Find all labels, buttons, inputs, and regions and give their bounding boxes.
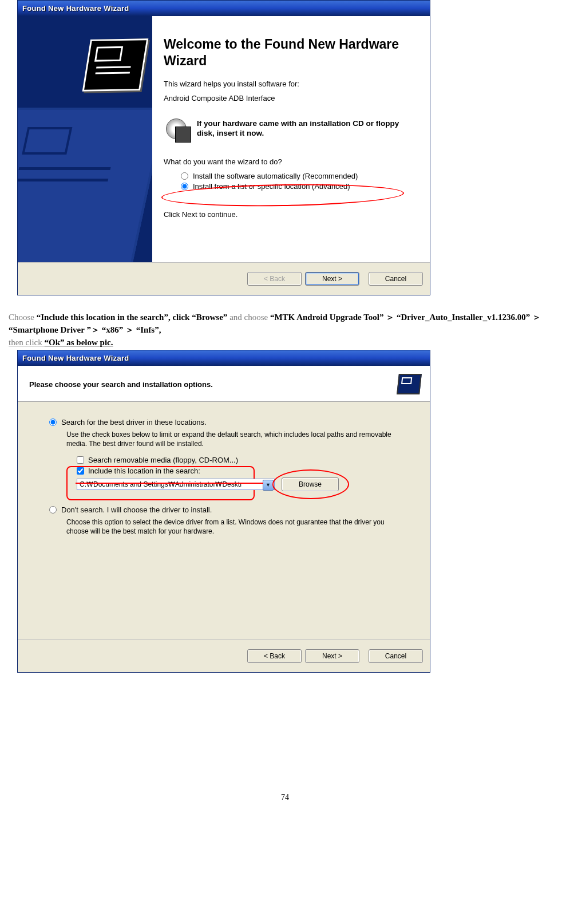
cd-instruction: If your hardware came with an installati… (197, 119, 418, 139)
cancel-button-2[interactable]: Cancel (369, 649, 423, 663)
titlebar: Found New Hardware Wizard (18, 1, 430, 16)
wizard-question: What do you want the wizard to do? (164, 157, 418, 166)
instruction-text: Choose “Include this location in the sea… (9, 311, 559, 349)
cd-floppy-icon (164, 119, 191, 141)
button-bar-2: < Back Next > Cancel (18, 639, 430, 672)
checkbox-removable-media[interactable] (77, 456, 84, 464)
back-button: < Back (247, 272, 302, 286)
radio-dont-search-label: Don't search. I will choose the driver t… (61, 506, 212, 514)
radio-install-list-label: Install from a list or specific location… (193, 182, 350, 191)
next-button-2[interactable]: Next > (305, 649, 359, 663)
device-name: Android Composite ADB Interface (164, 94, 418, 102)
dropdown-arrow-icon[interactable]: ▼ (263, 480, 274, 491)
browse-button[interactable]: Browse (282, 477, 339, 491)
continue-text: Click Next to continue. (164, 210, 418, 219)
location-path-input[interactable] (77, 479, 275, 490)
helps-text: This wizard helps you install software f… (164, 80, 418, 88)
radio-install-list[interactable] (181, 183, 188, 190)
next-button[interactable]: Next > (305, 272, 359, 286)
checkbox-removable-label: Search removable media (floppy, CD-ROM..… (88, 456, 238, 464)
titlebar-2: Found New Hardware Wizard (18, 350, 430, 366)
radio-install-auto-label: Install the software automatically (Reco… (193, 172, 358, 180)
wizard-heading: Welcome to the Found New Hardware Wizard (164, 36, 418, 69)
hardware-icon (82, 38, 149, 92)
back-button-2[interactable]: < Back (247, 649, 302, 663)
radio-search-best-label: Search for the best driver in these loca… (61, 418, 207, 427)
wizard-welcome: Found New Hardware Wizard Welcome to the… (17, 0, 430, 295)
radio-install-auto[interactable] (181, 172, 188, 180)
radio-dont-search[interactable] (49, 506, 57, 514)
checkbox-include-label: Include this location in the search: (88, 467, 200, 475)
radio-search-best[interactable] (49, 418, 57, 426)
wizard2-header: Please choose your search and installati… (18, 366, 430, 402)
dont-search-sub-text: Choose this option to select the device … (66, 518, 407, 536)
wizard-side-graphic (18, 16, 152, 262)
cancel-button[interactable]: Cancel (369, 272, 423, 286)
page-number: 74 (0, 793, 570, 802)
wizard2-heading: Please choose your search and installati… (29, 380, 213, 389)
search-sub-text: Use the check boxes below to limit or ex… (66, 430, 407, 448)
button-bar: < Back Next > Cancel (18, 262, 430, 295)
wizard-search-options: Found New Hardware Wizard Please choose … (17, 350, 430, 673)
checkbox-include-location[interactable] (77, 467, 84, 475)
hardware-small-icon (395, 373, 422, 396)
